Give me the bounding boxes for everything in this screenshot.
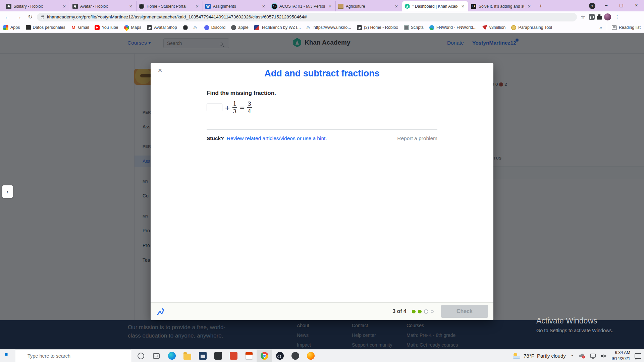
url-text[interactable]: khanacademy.org/profile/YostynMartinez12… (47, 14, 573, 19)
taskbar-task-view-icon[interactable] (149, 350, 164, 362)
address-bar[interactable]: khanacademy.org/profile/YostynMartinez12… (37, 13, 577, 21)
bookmark-home-roblox[interactable]: (3) Home - Roblox (357, 25, 398, 30)
action-center-icon[interactable] (635, 353, 641, 359)
question-prompt: Find the missing fraction. (207, 90, 276, 97)
exercise-modal: ✕ Add and subtract fractions Find the mi… (151, 63, 493, 320)
taskbar-app-dark-icon[interactable] (287, 350, 303, 362)
taskbar-steam-icon[interactable] (272, 350, 287, 362)
onedrive-sync-error-icon[interactable] (579, 353, 585, 359)
bookmark-unknown-url[interactable]: lhhttps://www.unkno... (307, 25, 351, 30)
tab-solitary-roblox[interactable]: $olitary - Roblox × (3, 1, 70, 11)
windows-logo-icon (5, 353, 10, 359)
bookmark-paraphrasing-tool[interactable]: Paraphrasing Tool (511, 25, 552, 30)
tab-close-icon[interactable]: × (527, 3, 532, 9)
tab-close-icon[interactable]: × (261, 3, 266, 9)
bookmark-datos-personales[interactable]: Datos personales (26, 25, 65, 30)
taskbar-cortana-icon[interactable] (133, 350, 149, 362)
taskbar-app-orange-icon[interactable] (226, 350, 241, 362)
tab-title: ACOSTA: 01 - M/J Persona (279, 4, 325, 9)
tab-close-icon[interactable]: × (62, 3, 67, 9)
profile-avatar[interactable] (604, 13, 611, 20)
taskbar-firefox-icon[interactable] (303, 350, 318, 362)
tab-title: $olitary - Roblox (14, 4, 59, 9)
fraction-three-fourths: 3 4 (247, 101, 252, 114)
bookmark-techbench[interactable]: TechBench by WZT... (254, 25, 301, 30)
tab-close-icon[interactable]: × (460, 3, 466, 9)
collapse-panel-button[interactable]: ‹ (2, 185, 13, 198)
reading-list-button[interactable]: Reading list (612, 25, 641, 30)
bookmark-globe[interactable] (183, 25, 188, 30)
check-button[interactable]: Check (441, 305, 488, 318)
network-icon[interactable] (590, 353, 596, 359)
youtube-icon (95, 25, 100, 30)
tab-student-portal[interactable]: Home - Student Portal × (136, 1, 203, 11)
taskbar-clock[interactable]: 6:34 AM 9/14/2021 (611, 350, 630, 362)
bookmark-v3million[interactable]: v3million (482, 25, 506, 30)
new-tab-button[interactable]: + (536, 1, 545, 11)
fraction-bar (232, 107, 237, 108)
start-button[interactable] (0, 350, 15, 362)
bookmark-gmail[interactable]: MGmail (71, 25, 89, 30)
tab-close-icon[interactable]: × (195, 3, 200, 9)
review-hint-link[interactable]: Review related articles/videos or use a … (227, 135, 327, 141)
tab-khan-dashboard-active[interactable]: * Dashboard | Khan Acade × (402, 1, 468, 11)
tab-close-icon[interactable]: × (394, 3, 399, 9)
plus-sign: + (225, 104, 230, 111)
red-bird-icon (482, 25, 487, 30)
forward-icon[interactable]: → (14, 14, 23, 20)
volume-muted-icon[interactable] (600, 353, 607, 359)
tab-brainly[interactable]: B Solve it, It's adding and su × (468, 1, 535, 11)
progress-dot (418, 310, 422, 313)
report-problem-link[interactable]: Report a problem (397, 135, 437, 141)
refresh-icon[interactable]: ↻ (25, 13, 35, 20)
maps-pin-icon (123, 24, 130, 31)
bookmark-apple[interactable]: apple (231, 25, 249, 30)
globe-color-icon (429, 25, 434, 30)
bookmark-scripts[interactable]: Scripts (404, 25, 424, 30)
reading-list-icon (612, 25, 617, 30)
taskbar-mail-icon[interactable] (210, 350, 226, 362)
weather-widget[interactable]: 78°F Partly cloudy (513, 353, 566, 359)
browser-menu-kebab-icon[interactable]: ⋮ (613, 14, 621, 20)
back-icon[interactable]: ← (3, 14, 12, 20)
bookmark-avatar-shop[interactable]: Avatar Shop (147, 25, 177, 30)
bookmark-lh[interactable]: lh (194, 25, 199, 30)
extensions-puzzle-icon[interactable] (597, 14, 602, 20)
tab-agriculture[interactable]: Agriculture × (335, 1, 402, 11)
bookmark-fnworld[interactable]: FNWorld · FNWorld... (429, 25, 477, 30)
tray-chevron-up-icon[interactable]: ⌃ (570, 354, 575, 360)
fraction-answer-input[interactable] (207, 104, 222, 111)
bookmark-apps[interactable]: Apps (3, 25, 20, 30)
brainly-favicon: B (471, 4, 476, 9)
tab-avatar-roblox[interactable]: Avatar - Roblox × (70, 1, 136, 11)
bookmark-maps[interactable]: Maps (124, 25, 142, 30)
bookmark-youtube[interactable]: YouTube (95, 25, 118, 30)
taskbar-file-explorer-icon[interactable] (179, 350, 195, 362)
roblox-icon (357, 25, 362, 30)
tab-title: Avatar - Roblox (80, 4, 126, 9)
bookmark-discord[interactable]: Discord (204, 25, 225, 30)
tab-close-icon[interactable]: × (128, 3, 133, 9)
extension-stats-icon[interactable] (589, 14, 595, 20)
taskbar-store-icon[interactable] (195, 350, 210, 362)
bookmarks-overflow-chevron[interactable]: » (599, 25, 602, 30)
bookmark-star-icon[interactable]: ☆ (579, 14, 587, 20)
window-minimize-button[interactable]: – (599, 0, 614, 10)
taskbar-calendar-icon[interactable] (241, 350, 257, 362)
taskbar-chrome-icon-active[interactable] (257, 350, 272, 362)
taskbar-edge-icon[interactable] (164, 350, 179, 362)
page-viewport: Courses ▾ Khan Academy Donate YostynMart… (0, 33, 644, 349)
window-restore-button[interactable]: ▢ (614, 0, 629, 10)
tab-assignments[interactable]: W Assignments × (203, 1, 269, 11)
taskbar-search-input[interactable] (15, 350, 131, 362)
tab-acosta[interactable]: S ACOSTA: 01 - M/J Persona × (269, 1, 335, 11)
scratchpad-pen-icon[interactable] (156, 307, 165, 316)
browser-tab-strip: $olitary - Roblox × Avatar - Roblox × Ho… (0, 0, 644, 11)
apps-grid-icon (3, 25, 8, 30)
tab-close-icon[interactable]: × (327, 3, 333, 9)
lh-icon: lh (194, 25, 199, 30)
tab-search-button[interactable]: ▾ (589, 3, 595, 9)
globe-favicon (139, 4, 144, 9)
window-close-button[interactable]: ✕ (629, 0, 644, 10)
roblox-favicon (6, 4, 11, 9)
